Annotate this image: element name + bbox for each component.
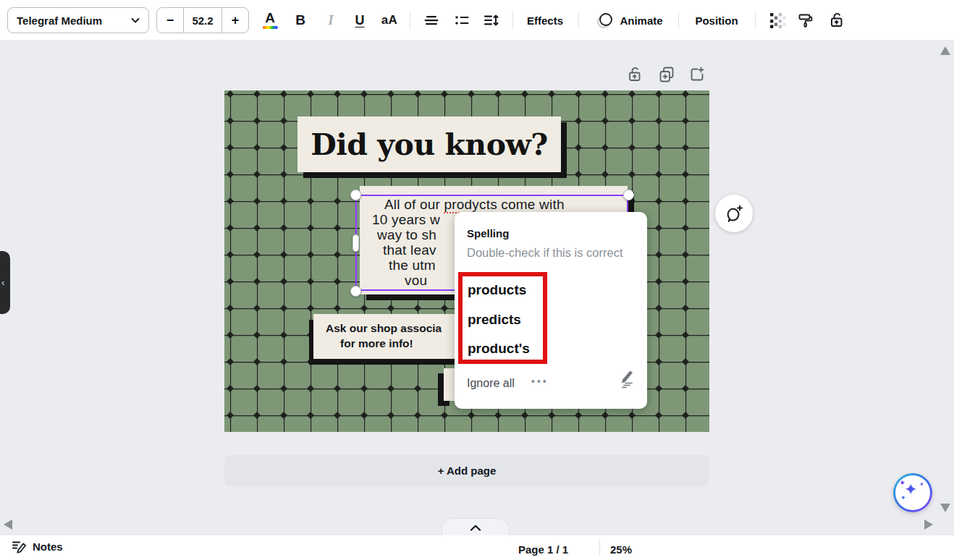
chevron-down-icon <box>130 14 141 26</box>
underline-button[interactable]: U <box>347 7 372 33</box>
statusbar-divider <box>599 539 600 556</box>
toolbar-divider <box>512 12 513 29</box>
zoom-level[interactable]: 25% <box>610 543 632 556</box>
suggestion-predicts[interactable]: predicts <box>468 312 521 328</box>
ignore-all-button[interactable]: Ignore all <box>467 377 515 390</box>
text-align-button[interactable] <box>418 7 444 33</box>
top-toolbar: Telegraf Medium − 52.2 + A B I U aA Effe… <box>0 0 954 41</box>
font-name-label: Telegraf Medium <box>17 14 102 27</box>
pen-icon[interactable] <box>615 368 636 389</box>
align-center-icon <box>423 12 440 29</box>
notes-label: Notes <box>33 540 63 553</box>
expand-panel-tab[interactable] <box>442 518 510 536</box>
animate-label: Animate <box>620 14 662 27</box>
add-comment-button[interactable] <box>715 195 753 232</box>
transparency-icon <box>769 12 786 29</box>
title-text-box[interactable]: Did you know? <box>297 116 561 172</box>
page-lock-button[interactable] <box>625 65 644 84</box>
partial-text-box[interactable] <box>444 368 455 401</box>
bold-button[interactable]: B <box>288 7 313 33</box>
italic-button[interactable]: I <box>318 7 343 33</box>
chevron-left-icon: ‹ <box>1 277 4 288</box>
line-spacing-button[interactable] <box>478 7 504 33</box>
sparkle-icon: ✦✦✦✦ <box>895 475 930 510</box>
rainbow-bar <box>263 26 278 29</box>
toolbar-divider <box>578 12 579 29</box>
position-button[interactable]: Position <box>686 7 747 33</box>
suggestion-products-possessive[interactable]: product's <box>468 341 530 357</box>
unlock-icon <box>626 66 643 83</box>
chevron-up-icon <box>470 525 481 531</box>
copy-style-button[interactable] <box>793 7 819 33</box>
scroll-left-arrow[interactable] <box>4 519 12 530</box>
canva-assistant-button[interactable]: ✦✦✦✦ <box>893 473 932 512</box>
transparency-button[interactable] <box>764 7 790 33</box>
resize-handle-top-right[interactable] <box>623 190 634 200</box>
scroll-up-arrow[interactable] <box>940 46 950 55</box>
font-size-decrease-button[interactable]: − <box>157 8 183 33</box>
toolbar-divider <box>410 12 410 29</box>
animate-button[interactable]: Animate <box>588 7 672 33</box>
title-text: Did you know? <box>311 127 548 162</box>
notes-button[interactable]: Notes <box>11 538 63 554</box>
sidebar-collapse-tab[interactable]: ‹ <box>0 251 10 314</box>
text-case-button[interactable]: aA <box>375 7 404 33</box>
page-indicator[interactable]: Page 1 / 1 <box>518 543 568 556</box>
resize-handle-top-left[interactable] <box>350 190 361 200</box>
toolbar-divider <box>678 12 679 29</box>
suggestion-products[interactable]: products <box>468 282 526 298</box>
note-text-line: for more info! <box>340 337 413 350</box>
add-comment-icon <box>724 203 744 224</box>
status-bar: Notes Page 1 / 1 25% <box>0 535 954 560</box>
font-size-value[interactable]: 52.2 <box>183 8 222 33</box>
duplicate-page-button[interactable] <box>657 65 676 84</box>
add-page-button[interactable]: + Add page <box>224 455 709 486</box>
bullet-list-button[interactable] <box>449 7 475 33</box>
scroll-right-arrow[interactable] <box>924 519 933 530</box>
unlock-icon <box>828 12 845 29</box>
duplicate-page-icon <box>658 66 675 83</box>
bullet-list-icon <box>453 12 470 29</box>
export-page-button[interactable] <box>688 65 706 84</box>
notes-icon <box>11 538 27 554</box>
toolbar-divider <box>755 12 756 29</box>
lock-button[interactable] <box>824 7 850 33</box>
animate-icon <box>596 12 614 29</box>
line-spacing-icon <box>482 12 499 29</box>
note-text-line: Ask our shop associa <box>326 322 442 335</box>
more-options-button[interactable]: ••• <box>531 376 549 387</box>
text-color-icon: A <box>265 12 275 25</box>
resize-handle-bottom-left[interactable] <box>350 286 361 297</box>
spelling-popup: Spelling Double-check if this is correct… <box>455 212 647 409</box>
effects-button[interactable]: Effects <box>517 7 573 33</box>
text-color-button[interactable]: A <box>258 7 282 33</box>
resize-handle-left[interactable] <box>353 234 359 252</box>
spelling-popup-subtitle: Double-check if this is correct <box>467 246 623 260</box>
paint-roller-icon <box>798 12 815 29</box>
font-size-increase-button[interactable]: + <box>222 8 248 33</box>
spelling-popup-title: Spelling <box>467 227 509 239</box>
font-size-stepper: − 52.2 + <box>156 7 249 33</box>
font-family-select[interactable]: Telegraf Medium <box>7 7 149 33</box>
export-page-icon <box>688 66 706 83</box>
scroll-down-arrow[interactable] <box>940 504 950 512</box>
